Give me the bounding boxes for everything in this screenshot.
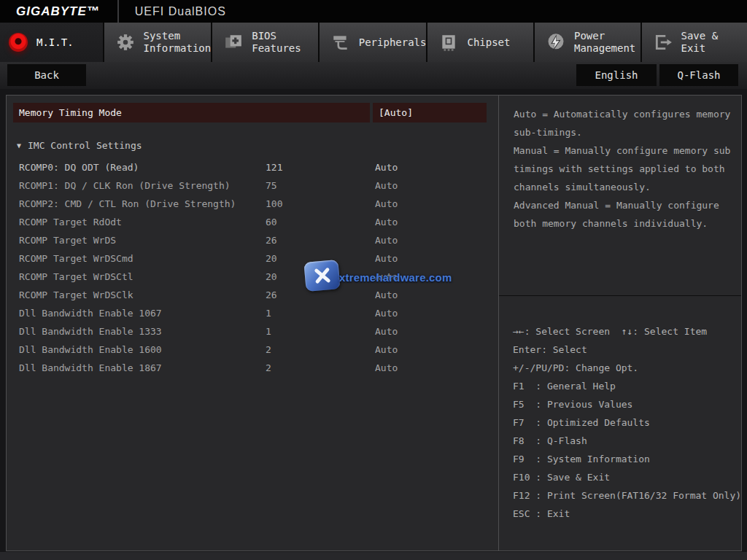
setting-row[interactable]: RCOMP Target WrDSCtl 20 Auto [7, 268, 498, 286]
help-panel: Auto = Automatically configures memorysu… [499, 95, 742, 551]
setting-row[interactable]: Dll Bandwidth Enable 1600 2 Auto [7, 341, 498, 359]
setting-row[interactable]: Dll Bandwidth Enable 1067 1 Auto [7, 304, 498, 322]
help-line: Advanced Manual = Manually configure [514, 196, 735, 214]
setting-label: RCOMP1: DQ / CLK Ron (Drive Strength) [19, 176, 231, 195]
setting-value: 20 [266, 268, 277, 286]
chipset-icon [438, 31, 460, 53]
section-title: IMC Control Settings [28, 140, 142, 151]
setting-value: 26 [266, 231, 277, 249]
setting-label: Dll Bandwidth Enable 1333 [19, 322, 162, 341]
gigabyte-logo: GIGABYTE™ [0, 4, 117, 19]
power-icon [545, 31, 567, 53]
hotkey-line: F1 : General Help [513, 377, 740, 395]
setting-value: 1 [266, 322, 271, 341]
setting-row[interactable]: Dll Bandwidth Enable 1333 1 Auto [7, 322, 498, 341]
setting-label: RCOMP Target WrDSClk [19, 286, 133, 304]
help-line: timings with settings applied to both [514, 160, 735, 178]
hotkey-line: ESC : Exit [513, 505, 740, 523]
setting-label: Dll Bandwidth Enable 1067 [19, 304, 162, 322]
help-panel-divider [499, 295, 741, 296]
setting-mode: Auto [375, 322, 398, 341]
settings-rows: RCOMP0: DQ ODT (Read) 121 Auto RCOMP1: D… [7, 158, 498, 377]
setting-row[interactable]: Dll Bandwidth Enable 1867 2 Auto [7, 359, 498, 377]
sub-toolbar: Back English Q-Flash [0, 62, 747, 89]
setting-row[interactable]: RCOMP2: CMD / CTL Ron (Drive Strength) 1… [7, 195, 498, 213]
collapse-arrow-icon: ▼ [17, 141, 21, 149]
tab-label: BIOS Features [252, 30, 301, 55]
hotkey-legend: →←: Select Screen ↑↓: Select ItemEnter: … [513, 322, 740, 523]
help-line: sub-timings. [514, 123, 735, 141]
tab-label: Peripherals [359, 36, 427, 49]
bottom-strip [0, 552, 747, 560]
top-bar: GIGABYTE™ UEFI DualBIOS [0, 0, 747, 23]
setting-mode: Auto [375, 158, 398, 176]
help-line: both memory channels individually. [514, 214, 735, 233]
tab-bar: M.I.T. System Information [0, 23, 747, 62]
hotkey-line: Enter: Select [513, 341, 740, 359]
setting-value: 121 [266, 158, 282, 176]
setting-row[interactable]: RCOMP Target RdOdt 60 Auto [7, 213, 498, 231]
setting-label: RCOMP0: DQ ODT (Read) [19, 158, 139, 176]
setting-value: 100 [266, 195, 282, 213]
tab-mit[interactable]: M.I.T. [0, 23, 103, 62]
setting-label: RCOMP Target WrDSCtl [19, 268, 133, 286]
setting-mode: Auto [375, 268, 398, 286]
help-line: Auto = Automatically configures memory [514, 105, 735, 123]
setting-label: Dll Bandwidth Enable 1867 [19, 359, 162, 377]
selected-setting-value[interactable]: [Auto] [373, 103, 487, 122]
setting-label: RCOMP2: CMD / CTL Ron (Drive Strength) [19, 195, 236, 213]
setting-mode: Auto [375, 195, 398, 213]
tab-label: Power Management [574, 30, 635, 55]
tab-chipset[interactable]: Chipset [427, 23, 533, 62]
tab-label: Save & Exit [681, 30, 747, 55]
hotkey-line: +/-/PU/PD: Change Opt. [513, 359, 740, 377]
tab-save-exit[interactable]: Save & Exit [642, 23, 747, 62]
setting-row[interactable]: RCOMP Target WrDS 26 Auto [7, 231, 498, 249]
tab-system-information[interactable]: System Information [104, 23, 212, 62]
settings-panel: Memory Timing Mode [Auto] ▼ IMC Control … [6, 95, 499, 551]
hotkey-line: F12 : Print Screen(FAT16/32 Format Only) [513, 486, 740, 505]
imc-section-heading[interactable]: ▼ IMC Control Settings [17, 136, 142, 155]
selected-setting-label: Memory Timing Mode [13, 103, 370, 122]
setting-value: 20 [266, 249, 277, 268]
tab-peripherals[interactable]: Peripherals [320, 23, 427, 62]
language-button[interactable]: English [576, 64, 657, 86]
setting-value: 2 [266, 341, 271, 359]
selected-setting-row[interactable]: Memory Timing Mode [Auto] [7, 103, 498, 122]
setting-value: 1 [266, 304, 271, 322]
firmware-title: UEFI DualBIOS [119, 5, 226, 18]
tab-label: Chipset [467, 36, 510, 49]
setting-mode: Auto [375, 359, 398, 377]
setting-row[interactable]: RCOMP1: DQ / CLK Ron (Drive Strength) 75… [7, 176, 498, 195]
setting-row[interactable]: RCOMP Target WrDSClk 26 Auto [7, 286, 498, 304]
setting-value: 75 [266, 176, 277, 195]
setting-value: 26 [266, 286, 277, 304]
setting-label: RCOMP Target RdOdt [19, 213, 122, 231]
back-button[interactable]: Back [7, 64, 86, 86]
setting-value: 2 [266, 359, 271, 377]
bios-features-icon [222, 31, 244, 53]
tab-bios-features[interactable]: BIOS Features [212, 23, 318, 62]
setting-mode: Auto [375, 176, 398, 195]
setting-label: Dll Bandwidth Enable 1600 [19, 341, 162, 359]
setting-value: 60 [266, 213, 277, 231]
hotkey-line: F10 : Save & Exit [513, 468, 740, 486]
hotkey-line: F5 : Previous Values [513, 395, 740, 413]
setting-row[interactable]: RCOMP Target WrDSCmd 20 Auto [7, 249, 498, 268]
setting-mode: Auto [375, 341, 398, 359]
help-line: Manual = Manually configure memory sub [514, 141, 735, 160]
help-text: Auto = Automatically configures memorysu… [514, 105, 735, 233]
setting-mode: Auto [375, 286, 398, 304]
setting-row[interactable]: RCOMP0: DQ ODT (Read) 121 Auto [7, 158, 498, 176]
setting-label: RCOMP Target WrDS [19, 231, 116, 249]
help-line: channels simultaneously. [514, 178, 735, 196]
tab-label: M.I.T. [36, 36, 74, 49]
qflash-button[interactable]: Q-Flash [659, 64, 738, 86]
save-exit-icon [652, 31, 674, 53]
red-dot-icon [7, 31, 29, 53]
tab-power-management[interactable]: Power Management [535, 23, 640, 62]
setting-mode: Auto [375, 304, 398, 322]
tab-label: System Information [144, 30, 212, 55]
setting-label: RCOMP Target WrDSCmd [19, 249, 133, 268]
gear-icon [115, 31, 136, 53]
